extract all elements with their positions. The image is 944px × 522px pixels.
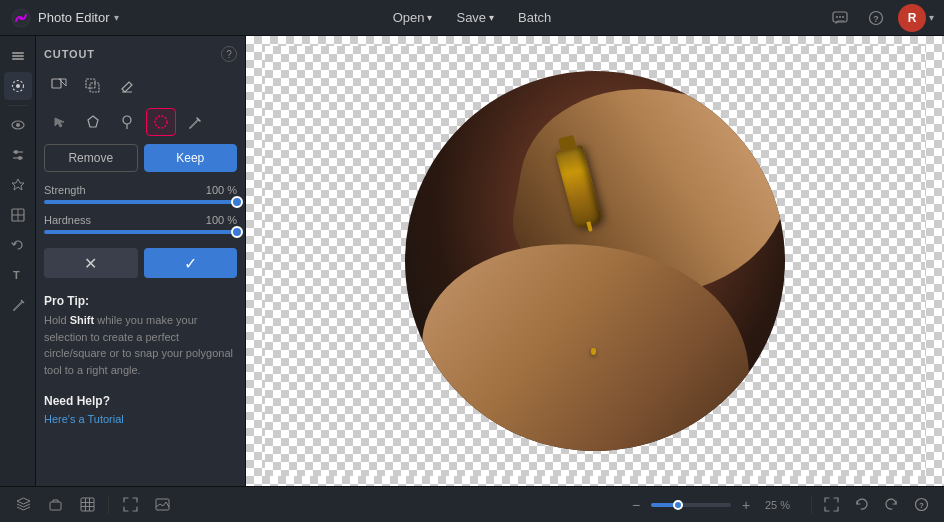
- circle-image: [405, 71, 785, 451]
- bottom-right-icons: ?: [809, 492, 934, 518]
- grid-icon-btn[interactable]: [74, 492, 100, 518]
- sidebar-filters-btn[interactable]: [4, 201, 32, 229]
- hardness-label: Hardness: [44, 214, 91, 226]
- help-icon-button[interactable]: ?: [862, 4, 890, 32]
- sidebar-adjust-btn[interactable]: [4, 141, 32, 169]
- svg-rect-26: [86, 79, 95, 88]
- sidebar-layers-btn[interactable]: [4, 42, 32, 70]
- tool-row-top: [44, 72, 237, 100]
- bottom-sep-2: [811, 496, 812, 514]
- icon-sidebar: T: [0, 36, 36, 486]
- svg-text:T: T: [13, 269, 20, 281]
- sidebar-eye-btn[interactable]: [4, 111, 32, 139]
- confirm-button[interactable]: ✓: [144, 248, 238, 278]
- hardness-slider[interactable]: [44, 230, 237, 234]
- hand-scene: [405, 71, 785, 451]
- pro-tip-title: Pro Tip:: [44, 294, 237, 308]
- keep-mode-btn[interactable]: Keep: [144, 144, 238, 172]
- strength-label: Strength: [44, 184, 86, 196]
- cancel-button[interactable]: ✕: [44, 248, 138, 278]
- bottom-sep-1: [108, 496, 109, 514]
- svg-text:?: ?: [919, 501, 924, 510]
- svg-point-14: [16, 123, 20, 127]
- bottom-bar: − + 25 %: [0, 486, 944, 522]
- app-title[interactable]: Photo Editor ▾: [38, 10, 119, 25]
- user-chevron: ▾: [929, 12, 934, 23]
- svg-rect-10: [12, 52, 24, 54]
- remove-mode-btn[interactable]: Remove: [44, 144, 138, 172]
- zoom-plus-btn[interactable]: +: [735, 494, 757, 516]
- save-button[interactable]: Save ▾: [446, 6, 504, 29]
- svg-text:?: ?: [873, 14, 879, 24]
- need-help: Need Help? Here's a Tutorial: [44, 394, 237, 426]
- chat-icon-button[interactable]: [826, 4, 854, 32]
- svg-point-4: [839, 16, 841, 18]
- select-tool-btn[interactable]: [44, 108, 74, 136]
- need-help-title: Need Help?: [44, 394, 237, 408]
- user-avatar: R: [898, 4, 926, 32]
- hardness-slider-section: Hardness 100 %: [44, 214, 237, 234]
- cutout-panel: CUTOUT ?: [36, 36, 246, 486]
- lasso-tool-btn[interactable]: [78, 72, 108, 100]
- open-button[interactable]: Open ▾: [383, 6, 443, 29]
- svg-marker-19: [12, 179, 24, 190]
- panel-help-button[interactable]: ?: [221, 46, 237, 62]
- sidebar-draw-btn[interactable]: [4, 291, 32, 319]
- action-buttons: ✕ ✓: [44, 248, 237, 278]
- sidebar-cutout-btn[interactable]: [4, 72, 32, 100]
- canvas-area[interactable]: [246, 36, 944, 486]
- zoom-minus-btn[interactable]: −: [625, 494, 647, 516]
- help2-icon-btn[interactable]: ?: [908, 492, 934, 518]
- panel-header: CUTOUT ?: [44, 46, 237, 62]
- svg-point-3: [836, 16, 838, 18]
- svg-point-5: [842, 16, 844, 18]
- svg-rect-33: [50, 502, 61, 510]
- sidebar-text-btn[interactable]: T: [4, 261, 32, 289]
- image-icon-btn[interactable]: [149, 492, 175, 518]
- undo-icon-btn[interactable]: [848, 492, 874, 518]
- tool-row-bottom: [44, 108, 237, 136]
- strength-slider-section: Strength 100 %: [44, 184, 237, 204]
- zoom-controls: − + 25 %: [625, 494, 795, 516]
- user-avatar-wrap[interactable]: R ▾: [898, 4, 934, 32]
- canvas-inner: [265, 46, 925, 476]
- main-layout: T CUTOUT ?: [0, 36, 944, 486]
- svg-rect-8: [12, 58, 24, 60]
- export-icon-btn[interactable]: [42, 492, 68, 518]
- svg-point-18: [18, 156, 22, 160]
- batch-button[interactable]: Batch: [508, 6, 561, 29]
- redo-icon-btn[interactable]: [878, 492, 904, 518]
- top-bar-right: ? R ▾: [826, 4, 934, 32]
- mode-buttons: Remove Keep: [44, 144, 237, 172]
- top-bar-center: Open ▾ Save ▾ Batch: [383, 6, 562, 29]
- pencil-tool-btn[interactable]: [180, 108, 210, 136]
- magic-wand-tool-btn[interactable]: [44, 72, 74, 100]
- zoom-value: 25 %: [765, 499, 795, 511]
- top-bar: Photo Editor ▾ Open ▾ Save ▾ Batch: [0, 0, 944, 36]
- pro-tip-text: Hold Shift while you make your selection…: [44, 312, 237, 378]
- pro-tip: Pro Tip: Hold Shift while you make your …: [44, 294, 237, 378]
- circle-select-tool-btn[interactable]: [146, 108, 176, 136]
- svg-point-16: [14, 150, 18, 154]
- svg-rect-34: [81, 498, 94, 511]
- svg-point-1: [19, 16, 23, 20]
- svg-point-12: [16, 84, 20, 88]
- panel-title: CUTOUT: [44, 48, 95, 60]
- zoom-slider[interactable]: [651, 503, 731, 507]
- svg-point-29: [123, 116, 131, 124]
- svg-rect-9: [12, 55, 24, 57]
- fullscreen-icon-btn[interactable]: [818, 492, 844, 518]
- app-logo: [10, 7, 32, 29]
- layers-icon-btn[interactable]: [10, 492, 36, 518]
- polygon-tool-btn[interactable]: [78, 108, 108, 136]
- fit-icon-btn[interactable]: [117, 492, 143, 518]
- sidebar-effects-btn[interactable]: [4, 171, 32, 199]
- strength-value: 100 %: [206, 184, 237, 196]
- sidebar-frames-btn[interactable]: [4, 231, 32, 259]
- brush-tool-btn[interactable]: [112, 108, 142, 136]
- strength-slider[interactable]: [44, 200, 237, 204]
- need-help-link[interactable]: Here's a Tutorial: [44, 413, 124, 425]
- svg-point-31: [155, 116, 167, 128]
- hardness-value: 100 %: [206, 214, 237, 226]
- eraser-tool-btn[interactable]: [112, 72, 142, 100]
